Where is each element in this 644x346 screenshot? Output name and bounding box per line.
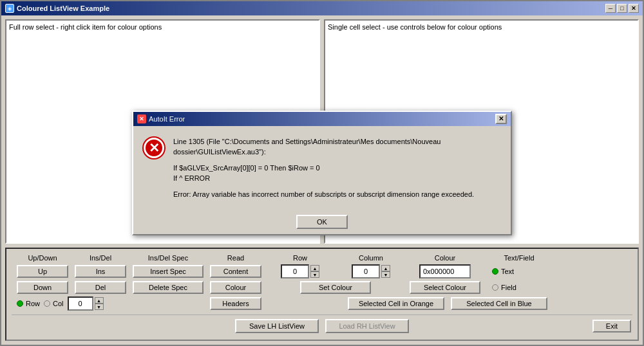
dialog-msg-line4: If $aGLVEx_SrcArray[0][0] = 0 Then $iRow… [173, 163, 474, 174]
dialog-footer: OK [133, 210, 511, 234]
error-icon: ✕ [144, 138, 164, 158]
dialog-content: ✕ Line 1305 (File "C:\Documents and Sett… [133, 126, 511, 210]
dialog-close-button[interactable]: ✕ [495, 114, 507, 124]
dialog-title: AutoIt Error [149, 115, 185, 123]
dialog-title-bar: ✕ AutoIt Error ✕ [133, 112, 511, 126]
dialog-icon: ✕ [137, 114, 146, 123]
dialog-msg-line1: Line 1305 (File "C:\Documents and Settin… [173, 136, 474, 147]
autoit-error-dialog: ✕ AutoIt Error ✕ ✕ Line 1305 (File "C:\D… [132, 111, 512, 236]
dialog-msg-line7: Error: Array variable has incorrect numb… [173, 189, 474, 200]
dialog-message: Line 1305 (File "C:\Documents and Settin… [173, 136, 474, 200]
ok-button[interactable]: OK [296, 215, 348, 229]
dialog-msg-line5: If ^ ERROR [173, 173, 474, 184]
dialog-overlay: ✕ AutoIt Error ✕ ✕ Line 1305 (File "C:\D… [0, 0, 644, 346]
dialog-msg-line2: dossier\GUIListViewEx.au3"): [173, 147, 474, 158]
